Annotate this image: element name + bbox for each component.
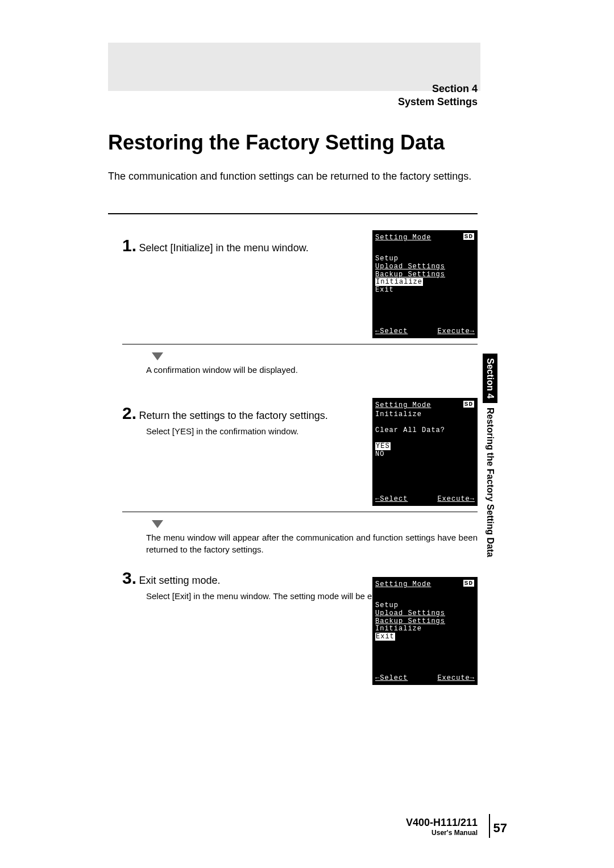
- step-title: Exit setting mode.: [139, 575, 220, 586]
- lcd-title: Setting Mode: [375, 401, 431, 409]
- lcd-execute-hint: Execute→: [437, 495, 475, 503]
- step-title: Select [Initialize] in the menu window.: [139, 242, 308, 254]
- lcd-execute-hint: Execute→: [437, 674, 475, 682]
- page-title: Restoring the Factory Setting Data: [108, 131, 445, 155]
- lcd-item: Setup: [375, 602, 475, 610]
- page: Section 4 System Settings Restoring the …: [0, 0, 614, 868]
- lcd-item: Backup Settings: [375, 271, 475, 279]
- lcd-footer: ←Select Execute→: [375, 327, 475, 335]
- arrow-down-icon: [152, 352, 163, 360]
- lcd-item: Initialize: [375, 625, 475, 633]
- step-number: 1.: [122, 236, 136, 255]
- footer-divider: [489, 814, 490, 838]
- footer: V400-H111/211 User's Manual 57: [406, 817, 478, 837]
- lcd-title: Setting Mode: [375, 580, 431, 588]
- side-tab-title: Restoring the Factory Setting Data: [485, 403, 495, 557]
- sd-badge: SD: [463, 233, 474, 240]
- divider-thin: [122, 512, 478, 512]
- footer-model: V400-H111/211: [406, 817, 478, 829]
- lcd-footer: ←Select Execute→: [375, 674, 475, 682]
- page-number: 57: [493, 821, 507, 836]
- section-label: Section 4: [398, 82, 478, 95]
- lcd-prompt: Clear All Data?: [375, 426, 475, 434]
- step-number: 3.: [122, 568, 136, 588]
- lcd-item-selected: Initialize: [375, 279, 475, 286]
- lcd-subtitle: Initialize: [375, 410, 475, 418]
- lcd-screen-2: Setting Mode SD Initialize Clear All Dat…: [372, 398, 478, 506]
- arrow-down-icon: [152, 520, 163, 528]
- side-tab: Section 4Restoring the Factory Setting D…: [483, 354, 497, 557]
- arrow-block-2: The menu window will appear after the co…: [122, 520, 478, 555]
- lcd-yes-option: YES: [375, 442, 475, 450]
- lcd-item: Setup: [375, 255, 475, 263]
- step-title: Return the settings to the factory setti…: [139, 410, 327, 421]
- lcd-screen-3: Setting Mode SD Setup Upload Settings Ba…: [372, 577, 478, 685]
- lcd-title: Setting Mode: [375, 234, 431, 242]
- divider: [108, 213, 478, 214]
- lcd-item: Backup Settings: [375, 618, 475, 626]
- section-subtitle: System Settings: [398, 95, 478, 109]
- arrow-block-1: A confirmation window will be displayed.: [122, 352, 298, 376]
- step-number: 2.: [122, 404, 136, 423]
- lcd-item-selected: Exit: [375, 633, 475, 641]
- header-text: Section 4 System Settings: [398, 82, 478, 109]
- lcd-item: Upload Settings: [375, 610, 475, 618]
- lcd-no-option: NO: [375, 450, 475, 458]
- footer-manual-label: User's Manual: [406, 829, 478, 837]
- side-tab-section: Section 4: [483, 354, 497, 403]
- lcd-execute-hint: Execute→: [437, 327, 475, 335]
- intro-paragraph: The communication and function settings …: [108, 171, 471, 182]
- sd-badge: SD: [463, 401, 474, 408]
- step-after-text: The menu window will appear after the co…: [146, 531, 478, 555]
- lcd-item: Upload Settings: [375, 263, 475, 271]
- lcd-screen-1: Setting Mode SD Setup Upload Settings Ba…: [372, 230, 478, 338]
- lcd-item: Exit: [375, 286, 475, 294]
- lcd-select-hint: ←Select: [375, 495, 408, 503]
- step-after-text: A confirmation window will be displayed.: [146, 364, 298, 376]
- divider-thin: [122, 344, 478, 344]
- lcd-menu: Setup Upload Settings Backup Settings In…: [375, 255, 475, 294]
- lcd-footer: ←Select Execute→: [375, 495, 475, 503]
- lcd-select-hint: ←Select: [375, 674, 408, 682]
- lcd-menu: Setup Upload Settings Backup Settings In…: [375, 602, 475, 641]
- lcd-select-hint: ←Select: [375, 327, 408, 335]
- sd-badge: SD: [463, 580, 474, 587]
